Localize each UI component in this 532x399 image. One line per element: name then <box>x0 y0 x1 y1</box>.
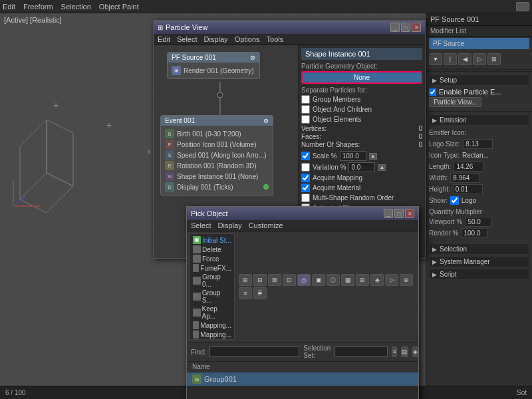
width-input[interactable] <box>450 173 480 183</box>
pick-menu-customize[interactable]: Customize <box>249 221 283 229</box>
pick-tb-btn-1[interactable]: ⊞ <box>239 274 252 286</box>
pick-tb-btn-8[interactable]: ▦ <box>341 274 354 286</box>
extra-btn[interactable] <box>516 2 529 11</box>
delete-item[interactable]: Delete <box>190 245 234 254</box>
pv-maximize-btn[interactable]: □ <box>401 23 410 32</box>
group0-item[interactable]: Group 0... <box>190 273 234 289</box>
pick-tb-btn-2[interactable]: ⊟ <box>253 274 267 286</box>
menu-selection[interactable]: Selection <box>61 3 91 11</box>
scale-checkbox[interactable] <box>301 152 310 160</box>
pick-maximize-btn[interactable]: □ <box>394 209 404 218</box>
render-pct-row: Render % <box>429 228 529 238</box>
svg-marker-1 <box>20 120 47 200</box>
menu-freeform[interactable]: Freeform <box>23 3 53 11</box>
particle-view-btn[interactable]: Particle View... <box>429 97 481 107</box>
pick-window-controls: _ □ ✕ <box>384 209 414 218</box>
variation-input[interactable] <box>348 162 375 172</box>
acquire-material-label: Acquire Material <box>313 184 360 192</box>
variation-checkbox[interactable] <box>301 163 310 172</box>
pick-tb-btn-3[interactable]: ⊠ <box>268 274 281 286</box>
mod-btn-2[interactable]: | <box>444 53 457 65</box>
menu-object-paint[interactable]: Object Paint <box>99 3 139 11</box>
acquire-material-checkbox[interactable] <box>301 184 310 192</box>
pick-tb-btn-6[interactable]: ▣ <box>312 274 325 286</box>
acquire-material-row: Acquire Material <box>301 184 422 192</box>
pv-minimize-btn[interactable]: _ <box>390 23 400 32</box>
status-frame-count: 6 / 100 <box>5 389 26 396</box>
mod-btn-5[interactable]: ⊠ <box>487 53 501 65</box>
particle-view-title: ⊞ Particle View <box>158 23 207 31</box>
pv-menu-display[interactable]: Display <box>204 35 228 43</box>
keepap-item[interactable]: Keep Ap... <box>190 305 234 321</box>
modifier-item[interactable]: PF Source <box>429 38 529 49</box>
mapping1-item[interactable]: Mapping... <box>190 321 234 330</box>
pick-menu-display[interactable]: Display <box>218 221 242 229</box>
scale-label: Scale % <box>313 152 337 160</box>
pv-menu-edit[interactable]: Edit <box>158 35 170 43</box>
pick-object-list[interactable]: G Group001 <box>187 372 418 399</box>
fumefx-item[interactable]: FumeFX... <box>190 263 234 273</box>
show-logo-checkbox[interactable] <box>450 196 459 205</box>
scale-input[interactable] <box>340 151 366 161</box>
pick-tb-btn-11[interactable]: ▷ <box>385 274 398 286</box>
pick-list-item-0[interactable]: G Group001 <box>187 372 418 386</box>
acquire-mapping-checkbox[interactable] <box>301 174 310 182</box>
force-item[interactable]: Force <box>190 254 234 263</box>
pv-menu-options[interactable]: Options <box>235 35 260 43</box>
selection-section-header[interactable]: ▶ Selection <box>429 243 529 255</box>
pick-tb-btn-12[interactable]: ⊕ <box>400 274 413 286</box>
script-section-header[interactable]: ▶ Script <box>429 269 529 280</box>
multishape-checkbox[interactable] <box>301 194 310 202</box>
render-pct-input[interactable] <box>461 228 487 238</box>
height-input[interactable] <box>453 184 483 194</box>
find-input[interactable] <box>209 346 299 357</box>
group-members-checkbox[interactable] <box>301 95 310 104</box>
menu-edit[interactable]: Edit <box>3 3 15 11</box>
object-elements-checkbox[interactable] <box>301 115 310 124</box>
emission-header[interactable]: ▶ Emission <box>429 114 529 126</box>
pick-tb-btn-7[interactable]: ⬡ <box>327 274 340 286</box>
group001-icon: G <box>192 374 201 384</box>
scale-spin-up[interactable]: ▲ <box>369 153 377 160</box>
length-input[interactable] <box>454 162 483 172</box>
event-node[interactable]: Event 001 ⚙ B Birth 001 (0-30 T:200) P P… <box>160 115 273 196</box>
pick-toolbar: ▣ Initial St... Delete Force FumeFX... G… <box>187 231 418 342</box>
emission-arrow: ▶ <box>432 117 437 124</box>
logo-size-input[interactable] <box>463 139 493 149</box>
pick-tb-btn-10[interactable]: ◈ <box>370 274 384 286</box>
find-btn-2[interactable]: ▤ <box>401 346 408 357</box>
pick-close-btn[interactable]: ✕ <box>405 209 414 218</box>
none-button[interactable]: None <box>301 71 422 84</box>
initial-state-item[interactable]: ▣ Initial St... <box>190 235 234 245</box>
pick-tb-btn-5[interactable]: ◎ <box>297 274 311 286</box>
system-manager-header[interactable]: ▶ System Manager <box>429 256 529 267</box>
selection-set-input[interactable] <box>334 346 388 357</box>
mapping2-item[interactable]: Mapping... <box>190 330 234 339</box>
enable-particle-checkbox[interactable] <box>429 88 436 96</box>
setup-header[interactable]: ▶ Setup <box>429 74 529 86</box>
pick-tb-btn-4[interactable]: ⊡ <box>283 274 296 286</box>
pf-source-node[interactable]: PF Source 001 ⚙ ▣ Render 001 (Geometry) <box>167 52 260 79</box>
mod-btn-4[interactable]: ▷ <box>473 53 486 65</box>
find-btn-3[interactable]: ◈ <box>412 346 418 357</box>
pick-tb-btn-14[interactable]: ≣ <box>253 287 267 299</box>
pick-minimize-btn[interactable]: _ <box>384 209 393 218</box>
pick-tb-btn-13[interactable]: ≡ <box>239 287 252 299</box>
pv-menu-tools[interactable]: Tools <box>267 35 284 43</box>
groups-item[interactable]: Group S... <box>190 289 234 305</box>
mod-btn-3[interactable]: ◀ <box>458 53 471 65</box>
pv-menu-select[interactable]: Select <box>177 35 198 43</box>
viewport-pct-input[interactable] <box>465 217 491 227</box>
pv-close-btn[interactable]: ✕ <box>412 23 421 32</box>
multishape-label: Multi-Shape Random Order <box>313 194 394 201</box>
show-logo-label: Logo <box>462 197 476 204</box>
pick-menu-select[interactable]: Select <box>191 221 211 229</box>
object-children-checkbox[interactable] <box>301 105 310 114</box>
variation-spin[interactable]: ▲ <box>378 164 386 171</box>
pick-tb-btn-9[interactable]: ⊞ <box>356 274 369 286</box>
find-btn-1[interactable]: ≡ <box>392 346 396 357</box>
birth-label: Birth 001 (0-30 T:200) <box>177 130 241 138</box>
viewport-pct-label: Viewport % <box>429 218 462 225</box>
material-item[interactable]: Material... <box>190 339 234 340</box>
mod-btn-1[interactable]: ▼ <box>429 53 442 65</box>
